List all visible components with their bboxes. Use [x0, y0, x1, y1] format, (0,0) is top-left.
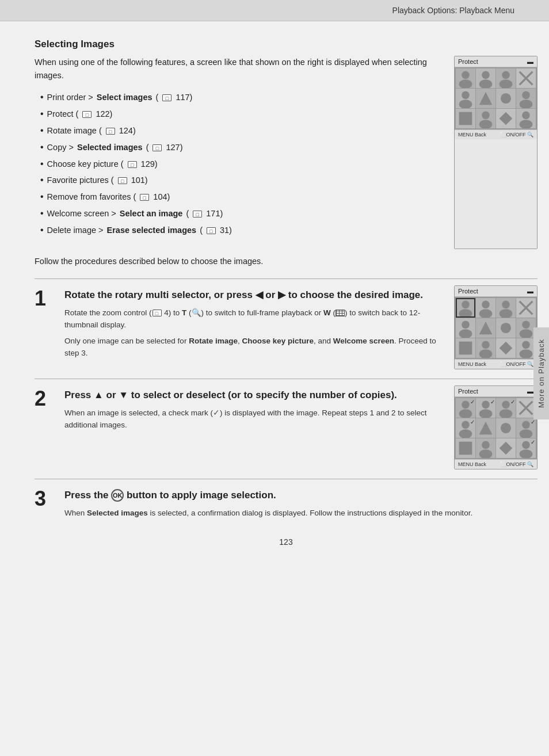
list-item: Choose key picture (□ 129)	[40, 156, 443, 173]
svg-point-17	[522, 91, 530, 100]
svg-point-32	[482, 300, 490, 308]
step-3-title: Press the OK button to apply image selec…	[64, 488, 537, 502]
intro-text-col: When using one of the following features…	[35, 56, 443, 249]
cam-cell	[496, 338, 516, 358]
cam-cell	[476, 109, 495, 128]
svg-point-26	[522, 112, 530, 120]
cam-cell	[496, 438, 516, 458]
cam-cell	[456, 298, 475, 318]
step-2-number: 2	[35, 388, 55, 409]
book-icon: □	[106, 128, 115, 135]
camera-screen-step2: Protect ▬	[454, 385, 537, 469]
cam-header: Protect ▬	[455, 286, 537, 297]
svg-point-45	[522, 320, 530, 329]
cam-grid	[455, 397, 537, 459]
cam-grid	[455, 297, 537, 359]
cam-cell	[456, 89, 475, 108]
svg-point-43	[501, 323, 511, 333]
cam-footer-right: ⬜ON/OFF 🔍	[500, 132, 534, 138]
book-icon: □	[140, 194, 149, 201]
step-1-desc1: Rotate the zoom control (□ 4) to T (🔍) t…	[64, 307, 445, 331]
page-number: 123	[35, 532, 537, 552]
step-2-text: Press ▲ or ▼ to select or deselect (or t…	[64, 388, 445, 435]
cam-header: Protect ▬	[455, 56, 537, 67]
step-1-body: Rotate the rotary multi selector, or pre…	[64, 288, 537, 369]
step-1-desc2: Only one image can be selected for Rotat…	[64, 335, 445, 360]
follow-text: Follow the procedures described below to…	[35, 255, 537, 268]
step-1-title: Rotate the rotary multi selector, or pre…	[64, 288, 445, 302]
header-title: Playback Options: Playback Menu	[392, 6, 514, 15]
cam-cell	[496, 318, 516, 338]
cam-label: Protect	[458, 58, 478, 65]
cam-footer: MENU Back ⬜ON/OFF 🔍	[455, 129, 537, 139]
sidebar-tab: More on Playback	[533, 194, 549, 552]
list-item: Protect (□ 122)	[40, 106, 443, 123]
svg-point-4	[482, 71, 490, 79]
cam-footer-left: MENU Back	[458, 132, 486, 138]
cam-footer-right: ⬜ON/OFF 🔍	[500, 461, 534, 467]
list-item: Favorite pictures (□ 101)	[40, 172, 443, 189]
svg-rect-20	[459, 112, 472, 125]
svg-point-78	[482, 441, 490, 449]
section-title: Selecting Images	[35, 39, 537, 50]
cam-footer-left: MENU Back	[458, 461, 486, 467]
cam-cell	[496, 398, 516, 418]
svg-point-67	[462, 421, 470, 429]
step-3: 3 Press the OK button to apply image sel…	[35, 479, 537, 522]
cam-label: Protect	[458, 288, 478, 295]
step-3-number: 3	[35, 488, 55, 509]
camera-screen-step1: Protect ▬	[454, 285, 537, 369]
list-item: Delete image > Erase selected images (□ …	[40, 222, 443, 239]
svg-point-60	[482, 400, 490, 408]
svg-point-73	[522, 421, 530, 429]
svg-point-1	[462, 71, 470, 79]
svg-point-15	[501, 93, 511, 104]
step-3-desc: When Selected images is selected, a conf…	[64, 507, 537, 520]
svg-point-39	[462, 320, 470, 329]
book-icon: □	[118, 177, 127, 184]
grid-icon	[336, 310, 345, 316]
cam-cell	[456, 398, 475, 418]
cam-cell	[516, 89, 536, 108]
cam-cell	[476, 68, 495, 88]
svg-point-54	[522, 341, 530, 349]
svg-point-29	[462, 300, 470, 308]
svg-point-22	[482, 112, 490, 120]
book-icon: □	[82, 111, 92, 118]
book-icon: □	[207, 227, 216, 234]
step-2-desc: When an image is selected, a check mark …	[64, 407, 445, 432]
step-2-title: Press ▲ or ▼ to select or deselect (or t…	[64, 388, 445, 402]
svg-point-57	[462, 400, 470, 408]
svg-point-35	[502, 300, 510, 308]
bullet-list: Print order > Select images (□ 117) Prot…	[35, 89, 443, 238]
svg-rect-48	[459, 341, 472, 354]
cam-label: Protect	[458, 388, 478, 395]
step-3-body: Press the OK button to apply image selec…	[64, 488, 537, 522]
cam-battery-icon: ▬	[527, 58, 533, 65]
cam-cell	[456, 418, 475, 438]
cam-cell	[476, 398, 495, 418]
step-1-with-image: Rotate the rotary multi selector, or pre…	[64, 288, 537, 369]
step-2-body: Press ▲ or ▼ to select or deselect (or t…	[64, 388, 537, 469]
book-icon: □	[193, 211, 202, 217]
cam-header: Protect ▬	[455, 386, 537, 397]
book-icon: □	[152, 144, 162, 151]
cam-cell	[456, 438, 475, 458]
svg-point-11	[462, 91, 470, 100]
cam-cell	[496, 89, 516, 108]
list-item: Remove from favorites (□ 104)	[40, 189, 443, 205]
cam-footer: MENU Back ⬜ON/OFF 🔍	[455, 359, 537, 369]
step-1: 1 Rotate the rotary multi selector, or p…	[35, 278, 537, 369]
list-item: Welcome screen > Select an image (□ 171)	[40, 205, 443, 222]
book-icon: □	[128, 161, 137, 168]
cam-cell	[516, 68, 536, 88]
cam-cell	[496, 68, 516, 88]
cam-cell	[496, 418, 516, 438]
cam-cell	[476, 318, 495, 338]
step-1-number: 1	[35, 288, 55, 309]
cam-cell	[476, 438, 495, 458]
svg-point-71	[501, 423, 511, 433]
book-icon: □	[152, 310, 162, 316]
list-item: Print order > Select images (□ 117)	[40, 89, 443, 106]
cam-footer-right: ⬜ON/OFF 🔍	[500, 361, 534, 367]
